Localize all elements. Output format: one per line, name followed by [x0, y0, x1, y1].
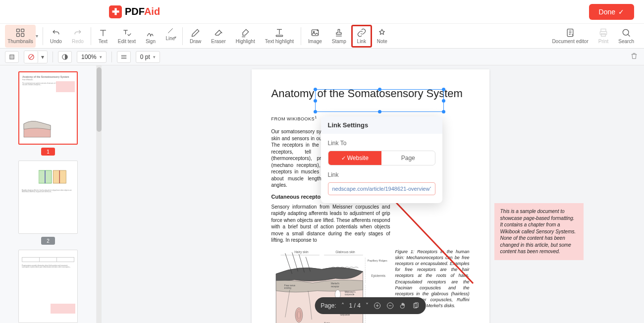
- pager-next[interactable]: ˅: [366, 302, 369, 309]
- document-page: Anatomy of the Somatosensory System From…: [252, 69, 489, 323]
- paragraph-2: Sensory information from Meissner corpus…: [271, 204, 390, 244]
- undo-icon: [51, 28, 61, 38]
- svg-point-32: [295, 308, 303, 323]
- redo-icon: [73, 28, 83, 38]
- copy-tool[interactable]: [412, 302, 420, 310]
- svg-text:Epidermis: Epidermis: [371, 274, 385, 278]
- page-title: Anatomy of the Somatosensory System: [271, 87, 470, 100]
- text-button[interactable]: Text: [93, 25, 113, 48]
- note-button[interactable]: Note: [372, 25, 392, 48]
- thumbnail-page-3[interactable]: Proprioceptors provide information about…: [18, 250, 78, 323]
- svg-text:Glabrous skin: Glabrous skin: [335, 250, 355, 254]
- draw-icon: [191, 28, 201, 38]
- page-number-1: 1: [41, 148, 55, 156]
- undo-button[interactable]: Undo: [45, 25, 67, 48]
- zoom-select[interactable]: 100%▾: [77, 51, 107, 63]
- thumbnail-sidebar: Anatomy of the Somatosensory System From…: [0, 65, 97, 323]
- thumbnail-page-1[interactable]: Anatomy of the Somatosensory System From…: [18, 71, 78, 145]
- tab-page[interactable]: Page: [381, 151, 435, 165]
- main-toolbar: Thumbnails ▾ Undo Redo Text Edit text Si…: [0, 24, 644, 49]
- linkto-label: Link To: [328, 140, 435, 147]
- print-icon: [598, 28, 608, 38]
- image-button[interactable]: Image: [303, 25, 327, 48]
- done-button[interactable]: Done✓: [589, 4, 634, 20]
- svg-rect-13: [11, 55, 13, 58]
- svg-text:corpuscle: corpuscle: [344, 293, 354, 296]
- line-icon: [165, 27, 175, 35]
- opacity-button[interactable]: [58, 51, 72, 63]
- thumbnails-button[interactable]: Thumbnails: [5, 25, 36, 48]
- highlight-button[interactable]: Highlight: [231, 25, 260, 48]
- note-icon: [377, 28, 387, 38]
- text-icon: [98, 28, 108, 38]
- sign-icon: [146, 28, 156, 38]
- line-style-button[interactable]: [117, 51, 131, 63]
- svg-text:ending: ending: [284, 287, 291, 289]
- sub-toolbar: ▾ 100%▾ 0 pt▾: [0, 49, 644, 65]
- link-button[interactable]: Link: [351, 25, 372, 48]
- scrollbar[interactable]: [97, 65, 102, 323]
- tab-website[interactable]: Website: [328, 151, 382, 165]
- pager-pages: 1 / 4: [349, 302, 361, 309]
- svg-text:Papillary Ridges: Papillary Ridges: [367, 259, 387, 262]
- logo-text-2: Aid: [144, 6, 160, 17]
- stamp-icon: [334, 28, 344, 38]
- thumbnails-icon: [15, 28, 25, 38]
- pan-tool[interactable]: [399, 302, 407, 310]
- search-button[interactable]: Search: [613, 25, 639, 48]
- text-highlight-button[interactable]: Text highlight: [260, 25, 299, 48]
- app-logo: ✚ PDFAid: [109, 5, 160, 18]
- edit-text-icon: [122, 28, 132, 38]
- line-button[interactable]: Line▾: [161, 25, 180, 48]
- highlight-icon: [240, 28, 250, 38]
- fill-dropdown[interactable]: ▾: [38, 51, 47, 63]
- svg-text:Meissner's: Meissner's: [344, 290, 356, 293]
- delete-button[interactable]: [630, 52, 638, 62]
- no-fill-button[interactable]: [24, 51, 38, 63]
- popover-title: Link Settings: [321, 116, 442, 134]
- eraser-icon: [214, 28, 223, 38]
- pager-prev[interactable]: ˄: [341, 302, 344, 309]
- doc-editor-icon: [565, 28, 575, 38]
- svg-text:Free nerve: Free nerve: [284, 284, 295, 287]
- link-icon: [357, 28, 367, 38]
- svg-rect-3: [21, 34, 24, 37]
- thumbnail-page-2[interactable]: Rapidly adapting afferents lead to adjus…: [18, 161, 78, 234]
- side-note: This is a sample document to showcase pa…: [494, 203, 584, 260]
- svg-text:Merkel's: Merkel's: [331, 282, 340, 285]
- search-icon: [621, 28, 631, 38]
- svg-point-11: [623, 29, 629, 35]
- zoom-out[interactable]: [386, 302, 394, 310]
- pager-label: Page:: [321, 302, 336, 309]
- svg-rect-2: [17, 34, 20, 37]
- link-url-input[interactable]: [328, 182, 435, 195]
- image-icon: [310, 28, 320, 38]
- svg-rect-0: [17, 29, 20, 32]
- document-canvas[interactable]: Anatomy of the Somatosensory System From…: [97, 65, 644, 323]
- redo-button[interactable]: Redo: [67, 25, 89, 48]
- pt-select[interactable]: 0 pt▾: [136, 51, 160, 63]
- logo-icon: ✚: [109, 5, 122, 18]
- zoom-in[interactable]: [374, 302, 381, 310]
- document-editor-button[interactable]: Document editor: [547, 25, 593, 48]
- link-label: Link: [328, 171, 435, 178]
- svg-text:receptor: receptor: [331, 285, 339, 287]
- draw-button[interactable]: Draw: [185, 25, 206, 48]
- link-settings-popover[interactable]: Link Settings Link To Website Page Link: [321, 116, 442, 203]
- text-highlight-icon: [274, 28, 284, 38]
- page-navigator: Page: ˄ 1 / 4 ˅: [315, 297, 426, 314]
- sign-button[interactable]: Sign: [141, 25, 161, 48]
- svg-rect-4: [276, 35, 282, 37]
- stamp-button[interactable]: Stamp: [327, 25, 351, 48]
- svg-rect-8: [601, 29, 606, 32]
- logo-text-1: PDF: [125, 6, 144, 17]
- crop-button[interactable]: [5, 51, 19, 63]
- svg-rect-1: [21, 29, 24, 32]
- svg-text:Hairy skin: Hairy skin: [294, 250, 309, 254]
- eraser-button[interactable]: Eraser: [206, 25, 230, 48]
- print-button[interactable]: Print: [593, 25, 614, 48]
- edit-text-button[interactable]: Edit text: [113, 25, 141, 48]
- page-number-2: 2: [41, 237, 55, 245]
